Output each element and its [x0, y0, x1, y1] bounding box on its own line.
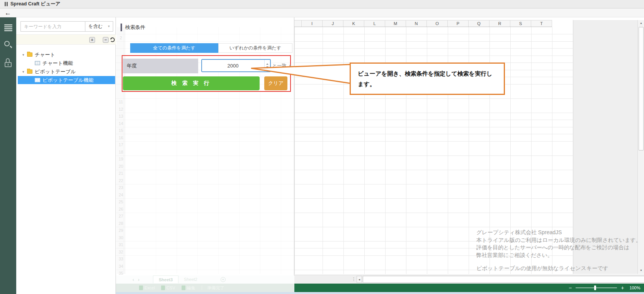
column-header-N[interactable]: N [406, 20, 427, 27]
tree-item-label: ピボットテーブル [35, 68, 76, 75]
row-header-17: 17 [117, 141, 125, 149]
row-header-28: 28 [117, 220, 125, 227]
keyword-search-input[interactable] [20, 21, 85, 32]
row-header-26: 26 [117, 206, 125, 213]
number-spinner[interactable] [264, 60, 270, 71]
tree-toolbar: + − [16, 34, 116, 45]
folder-icon [27, 52, 32, 57]
export-button-Excel[interactable]: Excel [139, 285, 155, 291]
back-button[interactable]: ← [5, 10, 11, 16]
tab-match-all[interactable]: 全ての条件を満たす [130, 43, 218, 53]
row-header-21: 21 [117, 170, 125, 177]
watermark-line: 本トライアル版のご利用はローカル環境のみに制限されています。 [476, 237, 641, 244]
column-header-P[interactable]: P [448, 20, 469, 27]
column-header-R[interactable]: R [489, 20, 510, 27]
horizontal-scrollbar[interactable] [363, 276, 644, 283]
row-header-24: 24 [117, 191, 125, 199]
export-toolbar: ExcelCSV編集 準備完了 [116, 284, 294, 292]
zoom-out-button[interactable]: − [569, 285, 572, 291]
tree-item-2[interactable]: チャート機能 [16, 59, 116, 67]
expand-all-button[interactable]: + [89, 37, 95, 43]
operator-dropdown[interactable]: と一致 ▾ [272, 60, 291, 71]
export-button-編集[interactable]: 編集 [182, 285, 195, 291]
scroll-left-button[interactable]: ◄ [357, 276, 362, 283]
column-header-O[interactable]: O [427, 20, 448, 27]
watermark-line: 弊社営業部にご相談ください。 [476, 252, 641, 259]
caret-expanded-icon[interactable]: ▾ [22, 70, 27, 74]
tree-item-label: チャート [35, 51, 55, 58]
nav-bar: ← [0, 8, 644, 17]
match-mode-dropdown[interactable]: を含む ▾ [85, 21, 113, 32]
refresh-icon[interactable] [110, 37, 115, 42]
file-icon [182, 286, 185, 290]
unlock-icon[interactable] [4, 58, 12, 68]
zoom-slider[interactable] [576, 287, 617, 288]
tree-item-label: ピボットテーブル機能 [42, 77, 93, 84]
clear-button[interactable]: クリア [264, 76, 287, 90]
column-headers: IJKLMNOPQRST [294, 20, 552, 27]
app-icon [5, 2, 8, 6]
menu-stack-icon[interactable] [4, 24, 12, 31]
column-header-S[interactable]: S [510, 20, 531, 27]
zoom-level: 100% [629, 286, 640, 290]
operator-value: と一致 [272, 63, 286, 69]
match-mode-value: を含む [88, 23, 103, 30]
row-header-30: 30 [117, 234, 125, 242]
toolbar-separator [202, 286, 202, 290]
sheet-tab-Sheet2[interactable]: Sheet2 [178, 275, 203, 283]
collapse-all-button[interactable]: − [103, 37, 109, 43]
column-header-partial [294, 20, 302, 27]
column-header-Q[interactable]: Q [469, 20, 489, 27]
zoom-in-button[interactable]: + [621, 285, 624, 291]
column-header-T[interactable]: T [531, 20, 552, 27]
chevron-down-icon: ▾ [108, 25, 110, 28]
search-icon[interactable] [4, 41, 12, 49]
spinner-up-icon[interactable] [266, 63, 268, 65]
tree-item-3[interactable]: ▾ピボットテーブル [16, 68, 116, 76]
vertical-scrollbar-thumb[interactable] [639, 27, 644, 150]
condition-field-label: 年度 [123, 59, 198, 73]
zoom-slider-thumb[interactable] [594, 286, 596, 290]
add-sheet-icon[interactable]: + [221, 277, 226, 282]
spinner-down-icon[interactable] [266, 66, 268, 68]
tree-item-4[interactable]: ピボットテーブル機能 [18, 76, 115, 84]
tab-match-any[interactable]: いずれかの条件を満たす [218, 43, 292, 53]
watermark-line: 評価を目的としたサーバーへの一時的な配布をご検討の場合は [476, 244, 641, 252]
title-bar: Spread Craft ビューア [0, 0, 644, 8]
column-header-M[interactable]: M [385, 20, 406, 27]
scroll-up-button[interactable]: ▲ [638, 20, 644, 26]
column-header-J[interactable]: J [323, 20, 343, 27]
report-icon [35, 78, 40, 82]
report-icon [35, 61, 40, 65]
caret-expanded-icon[interactable]: ▾ [22, 53, 27, 57]
bottom-strip [116, 292, 644, 294]
column-header-L[interactable]: L [364, 20, 385, 27]
row-header-25: 25 [117, 198, 125, 206]
annotation-callout: ビューアを開き、検索条件を指定して検索を実行します。 [350, 63, 505, 95]
search-condition-panel: 2111213141516171819202122232425262728293… [116, 17, 294, 292]
row-header-11: 11 [117, 98, 125, 106]
sheet-tab-Sheet3[interactable]: Sheet3 [153, 275, 178, 283]
export-button-label: Excel [144, 286, 155, 290]
export-buttons: ExcelCSV編集 [139, 285, 202, 291]
panel-title-accent [121, 24, 122, 31]
row-header-34: 34 [117, 263, 125, 270]
condition-value-input[interactable] [202, 60, 264, 71]
row-header-22: 22 [117, 177, 125, 184]
sheet-nav-prev-icon[interactable]: ‹ [131, 277, 136, 282]
column-header-K[interactable]: K [343, 20, 364, 27]
search-execute-button[interactable]: 検 索 実 行 [123, 76, 260, 90]
row-header-13: 13 [117, 113, 125, 120]
sheet-tabs: Sheet3Sheet2 [153, 275, 203, 284]
sheet-tab-strip: ‹ › Sheet3Sheet2 + [116, 275, 294, 284]
column-header-I[interactable]: I [302, 20, 323, 27]
watermark-line: グレープシティ株式会社 SpreadJS [476, 229, 641, 237]
export-button-CSV[interactable]: CSV [161, 285, 175, 291]
row-header-20: 20 [117, 163, 125, 170]
tabstrip-resize-handle[interactable]: ⋮ [352, 277, 355, 282]
row-header-16: 16 [117, 134, 125, 142]
folder-icon [27, 69, 32, 74]
tree-item-1[interactable]: ▾チャート [16, 51, 116, 59]
sheet-nav-next-icon[interactable]: › [136, 277, 141, 282]
row-header-27: 27 [117, 213, 125, 220]
